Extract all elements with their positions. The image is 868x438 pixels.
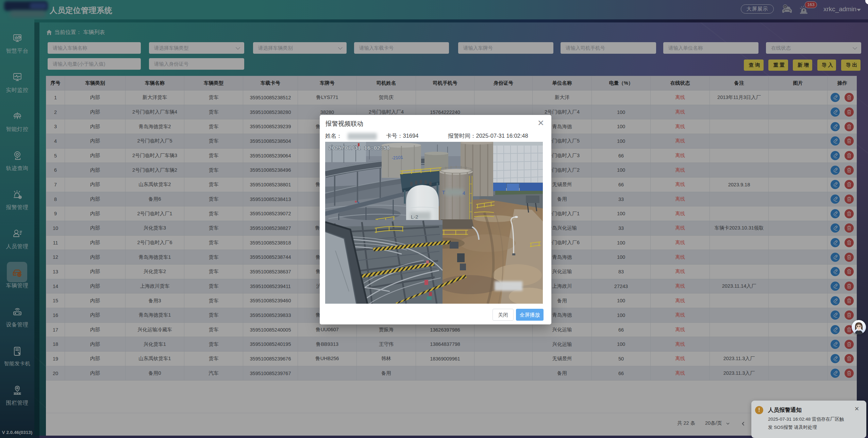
svg-text:2025/07/31 16:02:58: 2025/07/31 16:02:58 [329,146,390,151]
